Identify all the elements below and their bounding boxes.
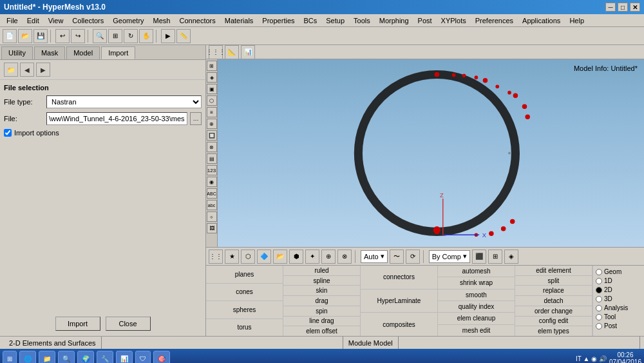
sidebar-icon-abc2[interactable]: abc: [207, 200, 217, 210]
tab-model[interactable]: Model: [66, 46, 100, 59]
grid-btn-shrink-wrap[interactable]: shrink wrap: [438, 277, 515, 289]
grid-btn-line-drag[interactable]: line drag: [283, 317, 360, 327]
sidebar-icon-10[interactable]: 123: [207, 165, 217, 175]
sidebar-icon-14[interactable]: ⟐: [207, 211, 217, 222]
taskbar-app-5[interactable]: 🔧: [97, 351, 113, 363]
by-comp-dropdown[interactable]: By Comp ▾: [429, 250, 470, 263]
menu-item-file[interactable]: File: [3, 15, 22, 26]
grid-btn-torus[interactable]: torus: [206, 319, 283, 337]
taskbar-app-explorer[interactable]: 📁: [39, 351, 55, 363]
grid-btn-config-edit[interactable]: config edit: [515, 317, 592, 327]
tab-import[interactable]: Import: [101, 46, 135, 59]
bt-btn-cube[interactable]: ⬛: [472, 250, 486, 264]
bt-btn-8[interactable]: ⊗: [337, 250, 352, 264]
sidebar-icon-4[interactable]: ⬡: [207, 95, 217, 106]
taskbar-app-7[interactable]: 🛡: [135, 351, 151, 363]
sidebar-icon-5[interactable]: ≡: [207, 107, 217, 117]
bt-btn-5[interactable]: ⬢: [289, 250, 303, 264]
file-browse-button[interactable]: …: [190, 112, 202, 125]
import-options-checkbox[interactable]: [4, 129, 12, 137]
radio-item-3d[interactable]: 3D: [596, 295, 641, 302]
vp-btn-1[interactable]: ⋮⋮⋮: [209, 45, 223, 59]
menu-item-help[interactable]: Help: [565, 15, 588, 26]
sidebar-icon-1[interactable]: ⊞: [207, 61, 217, 71]
grid-btn-order-change[interactable]: order change: [515, 306, 592, 317]
vp-btn-2[interactable]: 📐: [225, 45, 239, 59]
icon-back[interactable]: ◀: [20, 63, 34, 77]
grid-btn-detach[interactable]: detach: [515, 296, 592, 306]
grid-btn-quality-index[interactable]: quality index: [438, 301, 515, 313]
menu-item-mesh[interactable]: Mesh: [149, 15, 175, 26]
bt-btn-wave[interactable]: 〜: [390, 250, 404, 264]
grid-btn-planes[interactable]: planes: [206, 266, 283, 284]
radio-item-analysis[interactable]: Analysis: [596, 304, 641, 311]
menu-item-post[interactable]: Post: [414, 15, 436, 26]
toolbar-btn-measure[interactable]: 📏: [176, 29, 191, 43]
toolbar-btn-rotate[interactable]: ↻: [124, 29, 138, 43]
sidebar-icon-6[interactable]: ⊕: [207, 119, 217, 129]
grid-btn-automesh[interactable]: automesh: [438, 266, 515, 277]
sidebar-icon-9[interactable]: ▤: [207, 153, 217, 164]
toolbar-btn-redo[interactable]: ↪: [71, 29, 85, 43]
grid-btn-cones[interactable]: cones: [206, 284, 283, 302]
menu-item-materials[interactable]: Materials: [221, 15, 258, 26]
grid-btn-smooth[interactable]: smooth: [438, 289, 515, 301]
grid-btn-elem-offset[interactable]: elem offset: [283, 326, 360, 336]
viewport[interactable]: Model Info: Untitled*: [218, 59, 644, 247]
start-button[interactable]: ⊞: [3, 351, 17, 363]
grid-btn-split[interactable]: split: [515, 276, 592, 286]
file-path-input[interactable]: [46, 112, 187, 125]
toolbar-btn-new[interactable]: 📄: [3, 29, 17, 43]
close-button[interactable]: ✕: [630, 3, 640, 12]
sidebar-icon-11[interactable]: ◉: [207, 177, 217, 187]
radio-item-tool[interactable]: Tool: [596, 313, 641, 320]
menu-item-connectors[interactable]: Connectors: [175, 15, 219, 26]
taskbar-app-8[interactable]: 🎯: [153, 351, 170, 363]
bt-btn-6[interactable]: ✦: [305, 250, 319, 264]
grid-btn-ruled[interactable]: ruled: [283, 266, 360, 276]
bt-btn-4[interactable]: 📂: [273, 250, 287, 264]
auto-dropdown[interactable]: Auto ▾: [361, 250, 388, 263]
toolbar-btn-undo[interactable]: ↩: [55, 29, 70, 43]
bt-btn-7[interactable]: ⊕: [321, 250, 336, 264]
filetype-select[interactable]: Nastran Abaqus LS-DYNA OptiStruct: [46, 95, 202, 108]
grid-btn-spheres[interactable]: spheres: [206, 301, 283, 319]
menu-item-preferences[interactable]: Preferences: [471, 15, 517, 26]
taskbar-app-6[interactable]: 📊: [116, 351, 133, 363]
menu-item-setup[interactable]: Setup: [322, 15, 348, 26]
close-button[interactable]: Close: [106, 317, 151, 331]
vp-btn-3[interactable]: 📊: [241, 45, 255, 59]
menu-item-geometry[interactable]: Geometry: [109, 15, 147, 26]
bt-btn-grid[interactable]: ⊞: [488, 250, 502, 264]
import-button[interactable]: Import: [55, 317, 100, 331]
toolbar-btn-fit[interactable]: ⊞: [108, 29, 122, 43]
menu-item-view[interactable]: View: [44, 15, 68, 26]
bt-btn-1[interactable]: ⋮⋮: [209, 250, 223, 264]
tab-mask[interactable]: Mask: [34, 46, 65, 59]
bt-btn-star[interactable]: ★: [225, 250, 239, 264]
sidebar-icon-7[interactable]: 🔲: [207, 130, 217, 141]
bt-btn-3[interactable]: 🔷: [257, 250, 271, 264]
bt-btn-2[interactable]: ⬡: [241, 250, 255, 264]
toolbar-btn-open[interactable]: 📂: [18, 29, 32, 43]
menu-item-applications[interactable]: Applications: [518, 15, 564, 26]
menu-item-edit[interactable]: Edit: [23, 15, 43, 26]
menu-item-xyplots[interactable]: XYPlots: [437, 15, 470, 26]
grid-btn-elem-types[interactable]: elem types: [515, 326, 592, 336]
radio-item-2d[interactable]: 2D: [596, 286, 641, 293]
radio-item-1d[interactable]: 1D: [596, 277, 641, 284]
bt-btn-arrow[interactable]: ⟳: [406, 250, 420, 264]
grid-btn-HyperLaminate[interactable]: HyperLaminate: [361, 289, 437, 313]
grid-btn-spline[interactable]: spline: [283, 276, 360, 286]
maximize-button[interactable]: □: [618, 3, 628, 12]
grid-btn-replace[interactable]: replace: [515, 286, 592, 296]
toolbar-btn-zoom[interactable]: 🔍: [93, 29, 107, 43]
grid-btn-edit-element[interactable]: edit element: [515, 266, 592, 276]
grid-btn-connectors[interactable]: connectors: [361, 266, 437, 289]
menu-item-collectors[interactable]: Collectors: [68, 15, 108, 26]
grid-btn-mesh-edit[interactable]: mesh edit: [438, 325, 515, 336]
taskbar-app-ie[interactable]: 🌐: [19, 351, 36, 363]
sidebar-icon-2[interactable]: ◈: [207, 72, 217, 83]
menu-item-morphing[interactable]: Morphing: [375, 15, 413, 26]
toolbar-btn-pan[interactable]: ✋: [139, 29, 153, 43]
